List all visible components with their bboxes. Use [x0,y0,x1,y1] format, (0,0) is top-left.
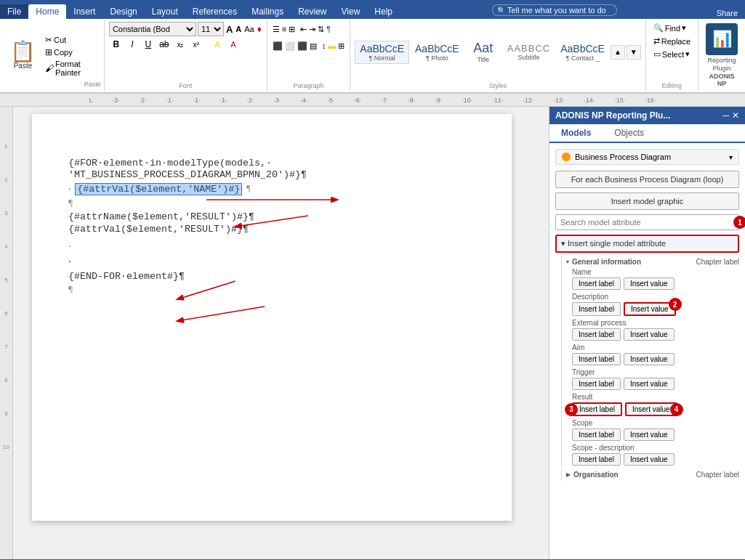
find-button[interactable]: 🔍 Find ▾ [651,22,693,34]
align-left-button[interactable]: ⬛ [272,38,283,53]
scope-desc-insert-value-button[interactable]: Insert value [624,453,674,466]
selected-content[interactable]: {#attrVal($element,'NAME')#} [75,183,242,195]
attr-external-process: External process Insert label Insert val… [572,319,739,341]
scope-insert-label-button[interactable]: Insert label [572,429,621,441]
attr-aim-label: Aim [572,344,739,352]
sort-button[interactable]: ⇅ [317,22,325,36]
search-attribute-input[interactable] [555,214,739,230]
text-color-button[interactable]: A [226,37,241,52]
style-contact[interactable]: AaBbCcE ¶ Contact _ [556,41,609,63]
align-right-button[interactable]: ⬛ [297,38,308,53]
style-photo[interactable]: AaBbCcE ¶ Photo [411,41,464,63]
insert-single-label: ▾ Insert single model attribute [561,239,666,248]
styles-scroll-down[interactable]: ▼ [627,45,641,60]
bold-button[interactable]: B [109,37,124,52]
scope-insert-value-button[interactable]: Insert value [624,429,674,441]
replace-button[interactable]: ⇄ Replace [651,35,693,47]
adonis-plugin-button[interactable]: 📊 Reporting Plugin ADONIS NP [706,23,738,88]
strikethrough-button[interactable]: ab [157,37,172,52]
doc-line-3-bullet[interactable]: · {#attrVal($element,'NAME')#} ¶ [68,183,475,195]
bp-dropdown[interactable]: Business Process Diagram ▾ [555,149,739,165]
numbering-button[interactable]: ≡ [281,22,287,36]
subscript-button[interactable]: x₂ [173,37,188,52]
tab-models[interactable]: Models [549,124,603,143]
scope-desc-insert-label-button[interactable]: Insert label [572,453,621,466]
loop-button[interactable]: For each Business Process Diagram (loop) [555,171,739,188]
attr-result: Result Insert label 3 Insert value 4 [572,393,739,416]
increase-indent-button[interactable]: ⇥ [308,22,316,36]
decrease-indent-button[interactable]: ⇤ [299,22,307,36]
justify-button[interactable]: ▤ [309,38,318,53]
format-painter-button[interactable]: 🖌 Format Painter [43,59,83,78]
superscript-button[interactable]: x² [189,37,204,52]
font-size-select[interactable]: 11 [198,22,224,36]
font-grow-button[interactable]: A [225,22,233,36]
attr-description-label: Description [572,293,739,301]
description-insert-label-button[interactable]: Insert label [572,302,621,316]
general-info-header[interactable]: ▾ General information Chapter label [566,256,739,268]
tab-design[interactable]: Design [102,4,144,19]
select-button[interactable]: ▭ Select ▾ [651,48,693,60]
style-normal[interactable]: AaBbCcE ¶ Normal [355,41,409,64]
document-area: 1·2·3·4·5·6·7·8·9·10 {#FOR·element·in·mo… [0,107,549,559]
editing-group: 🔍 Find ▾ ⇄ Replace ▭ Select ▾ Editing [646,20,698,91]
italic-button[interactable]: I [125,37,140,52]
tab-view[interactable]: View [334,4,368,19]
tab-layout[interactable]: Layout [145,4,185,19]
multilevel-list-button[interactable]: ⊞ [288,22,296,36]
line-spacing-button[interactable]: ↕ [321,38,327,53]
org-header[interactable]: ▶ Organisation Chapter label [566,468,739,481]
result-insert-value-button[interactable]: Insert value 4 [625,402,677,416]
borders-button[interactable]: ⊞ [337,38,345,53]
description-insert-value-button[interactable]: Insert value 2 [624,302,676,316]
clear-formatting-button[interactable]: ♦ [257,22,262,36]
tab-file[interactable]: File [0,4,28,19]
badge-4: 4 [670,403,683,416]
shading-button[interactable]: ▬ [327,38,337,53]
bullets-button[interactable]: ☰ [272,22,281,36]
font-family-select[interactable]: Constantia (Bod [109,22,196,36]
document-page: {#FOR·element·in·modelType(models,· 'MT_… [32,114,512,521]
font-case-button[interactable]: Aa [243,22,254,36]
badge-3: 3 [565,403,578,416]
aim-insert-label-button[interactable]: Insert label [572,353,621,365]
tab-objects[interactable]: Objects [603,124,656,142]
external-insert-label-button[interactable]: Insert label [572,328,621,341]
general-info-label: General information [572,258,641,266]
cut-button[interactable]: ✂ Cut [43,34,83,46]
panel-minimize-button[interactable]: ─ [722,110,729,121]
style-subtitle[interactable]: AABBCC Subtitle [503,41,555,62]
tab-help[interactable]: Help [367,4,400,19]
general-info-section: ▾ General information Chapter label Name… [561,256,739,466]
trigger-insert-value-button[interactable]: Insert value [624,378,674,390]
result-insert-label-button[interactable]: Insert label 3 [572,402,622,416]
style-title[interactable]: Aat Title [465,39,502,65]
tab-insert[interactable]: Insert [66,4,102,19]
copy-button[interactable]: ⊞ Copy [43,46,83,58]
tell-me-label: Tell me what you want to do [507,6,606,15]
tab-mailings[interactable]: Mailings [244,4,291,19]
insert-graphic-button[interactable]: Insert model graphic [555,192,739,210]
tab-references[interactable]: References [185,4,244,19]
styles-scroll-up[interactable]: ▲ [611,45,625,60]
attr-trigger-label: Trigger [572,368,739,376]
text-highlight-button[interactable]: A [210,37,225,52]
aim-insert-value-button[interactable]: Insert value [624,353,674,365]
align-center-button[interactable]: ⬜ [284,38,296,53]
doc-line-1: {#FOR·element·in·modelType(models,· [68,158,475,169]
show-formatting-button[interactable]: ¶ [326,22,331,36]
paste-button[interactable]: 📋 Paste [6,40,40,71]
insert-single-header[interactable]: ▾ Insert single model attribute [555,235,739,253]
font-shrink-button[interactable]: A [235,22,242,36]
name-insert-label-button[interactable]: Insert label [572,277,621,290]
tab-home[interactable]: Home [28,4,66,19]
name-insert-value-button[interactable]: Insert value [624,277,674,290]
trigger-insert-label-button[interactable]: Insert label [572,378,621,390]
attr-scope-desc-label: Scope - description [572,444,739,452]
external-insert-value-button[interactable]: Insert value [624,328,674,341]
tab-review[interactable]: Review [291,4,334,19]
underline-button[interactable]: U [141,37,156,52]
panel-close-button[interactable]: ✕ [732,110,739,121]
font-group-label: Font [109,82,262,89]
share-button[interactable]: Share [709,7,745,19]
